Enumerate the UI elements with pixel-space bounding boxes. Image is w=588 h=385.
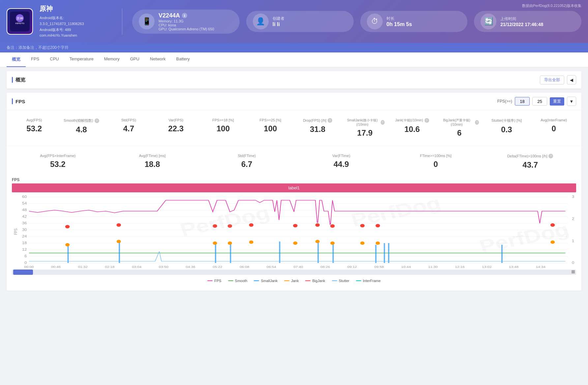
stat-avg-ftime: Avg(FTime) [ms] 18.8: [106, 151, 198, 172]
stat-var-ftime: Var(FTime) 44.9: [295, 151, 387, 172]
svg-text:24: 24: [22, 235, 27, 238]
svg-text:05:22: 05:22: [213, 265, 222, 268]
nav-item-overview[interactable]: 概览: [7, 52, 26, 67]
stat-interframe: Avg(InterFrame) 0: [532, 115, 576, 140]
chart-scrollbar[interactable]: [12, 270, 576, 275]
svg-text:FPS: FPS: [13, 228, 17, 235]
overview-title: 概览: [12, 77, 25, 83]
nav-item-cpu[interactable]: CPU: [44, 52, 64, 67]
svg-point-54: [116, 223, 121, 227]
svg-point-48: [315, 240, 320, 243]
legend-smooth: Smooth: [228, 279, 248, 283]
stat-avg-fps: Avg(FPS) 53.2: [12, 115, 56, 140]
svg-text:08:26: 08:26: [320, 265, 330, 268]
data-source-text: 数据由PerfDog(8.0.221052)版本收集: [522, 3, 581, 8]
svg-rect-33: [215, 243, 216, 263]
upload-value: 21/12/2022 17:46:48: [500, 22, 543, 27]
svg-rect-31: [68, 245, 69, 263]
package-name: com.miHoYo.Yuanshen: [40, 33, 112, 39]
legend-bigjank: BigJank: [305, 279, 325, 283]
legend-interframe: InterFrame: [356, 279, 381, 283]
duration-icon: ⏱: [367, 14, 383, 29]
fps-chart: 60 54 48 42 36 30 24 18 12 6 0 3 2 1 0: [12, 194, 576, 270]
svg-text:13:48: 13:48: [509, 265, 518, 268]
svg-text:00:46: 00:46: [51, 265, 61, 268]
svg-text:00:00: 00:00: [24, 265, 34, 268]
chart-label-bar: label1: [12, 183, 576, 192]
stat-std-ftime: Std(FTime) 6.7: [201, 151, 293, 172]
nav-item-gpu[interactable]: GPU: [125, 52, 145, 67]
svg-rect-32: [119, 241, 120, 263]
stat-fps-25: FPS>=25 [%] 100: [248, 115, 293, 140]
overview-collapse-button[interactable]: ◀: [567, 75, 576, 84]
svg-text:36: 36: [22, 221, 27, 225]
svg-point-45: [228, 241, 232, 245]
app-name: 原神: [40, 4, 112, 13]
duration-label: 时长: [387, 16, 412, 21]
export-all-button[interactable]: 导出全部: [540, 76, 564, 84]
stat-delta-ftime: Delta(FTime)>100ms [/h] ? 43.7: [484, 151, 576, 172]
legend-smalljank: SmallJank: [254, 279, 278, 283]
svg-text:1: 1: [572, 239, 574, 242]
legend-fps: FPS: [207, 279, 221, 283]
nav-item-fps[interactable]: FPS: [26, 52, 44, 67]
svg-rect-36: [317, 241, 319, 263]
fps-threshold-label: FPS(>=): [497, 99, 512, 104]
svg-point-50: [360, 241, 365, 245]
svg-text:2: 2: [572, 217, 574, 220]
android-ver: Android版本号: 489: [40, 27, 112, 33]
fps-chart-label: FPS: [12, 177, 19, 182]
info-icon[interactable]: ℹ: [182, 13, 187, 18]
fps-threshold-input-2[interactable]: [532, 97, 547, 106]
fps-reset-button[interactable]: 重置: [550, 97, 564, 106]
svg-point-43: [117, 240, 121, 243]
svg-point-49: [330, 241, 335, 245]
svg-text:12:16: 12:16: [455, 265, 465, 268]
svg-point-44: [213, 241, 217, 245]
svg-rect-37: [333, 243, 334, 263]
svg-text:0: 0: [572, 261, 574, 264]
stat-drop-fps: Drop(FPS) [/h] ? 31.8: [295, 115, 340, 140]
svg-text:0: 0: [24, 261, 27, 264]
svg-text:6: 6: [24, 254, 27, 258]
svg-text:06:08: 06:08: [240, 265, 249, 268]
svg-text:14:34: 14:34: [536, 265, 545, 268]
nav-item-network[interactable]: Network: [145, 52, 171, 67]
svg-text:13:02: 13:02: [482, 265, 491, 268]
svg-rect-35: [279, 241, 280, 263]
svg-text:06:54: 06:54: [267, 265, 276, 268]
svg-rect-38: [375, 245, 376, 263]
svg-point-47: [293, 241, 297, 245]
svg-text:09:12: 09:12: [347, 265, 357, 268]
svg-point-42: [65, 243, 70, 246]
nav-item-temperature[interactable]: Temperature: [64, 52, 99, 67]
svg-point-53: [65, 225, 70, 229]
svg-text:60: 60: [22, 195, 27, 198]
app-icon: miHoYo 原神: [7, 8, 33, 35]
note-placeholder: 备注：添加备注，不超过200个字符: [7, 45, 69, 50]
fps-section-title: FPS: [12, 98, 25, 104]
device-cpu: CPU: kona: [159, 23, 214, 27]
phone-icon: 📱: [139, 14, 155, 29]
stat-std-fps: Std(FPS) 4.7: [106, 115, 151, 140]
fps-threshold-input-1[interactable]: [515, 97, 530, 106]
svg-point-60: [330, 224, 335, 228]
svg-text:miHoYo: miHoYo: [15, 22, 24, 25]
svg-text:42: 42: [22, 215, 27, 218]
nav-item-battery[interactable]: Battery: [171, 52, 195, 67]
svg-text:30: 30: [22, 228, 27, 231]
android-name-label: Android版本名: 3.3.0_11741873_11806263: [40, 15, 112, 27]
svg-rect-4: [12, 194, 576, 270]
nav-item-memory[interactable]: Memory: [99, 52, 125, 67]
svg-text:54: 54: [22, 202, 27, 205]
stat-smalljank: SmallJank(微小卡顿)(/10min) ? 17.9: [342, 115, 387, 140]
svg-text:原神: 原神: [16, 16, 23, 20]
legend-jank: Jank: [284, 279, 299, 283]
svg-text:3: 3: [572, 195, 574, 198]
svg-text:03:50: 03:50: [159, 265, 168, 268]
fps-stats-row1: Avg(FPS) 53.2 Smooth(稳帧指数) ? 4.8 Std(FPS…: [7, 110, 581, 145]
fps-collapse-button[interactable]: ▼: [567, 97, 576, 106]
svg-text:07:40: 07:40: [293, 265, 303, 268]
stat-fps-18: FPS>=18 [%] 100: [201, 115, 245, 140]
svg-text:18: 18: [22, 241, 27, 244]
